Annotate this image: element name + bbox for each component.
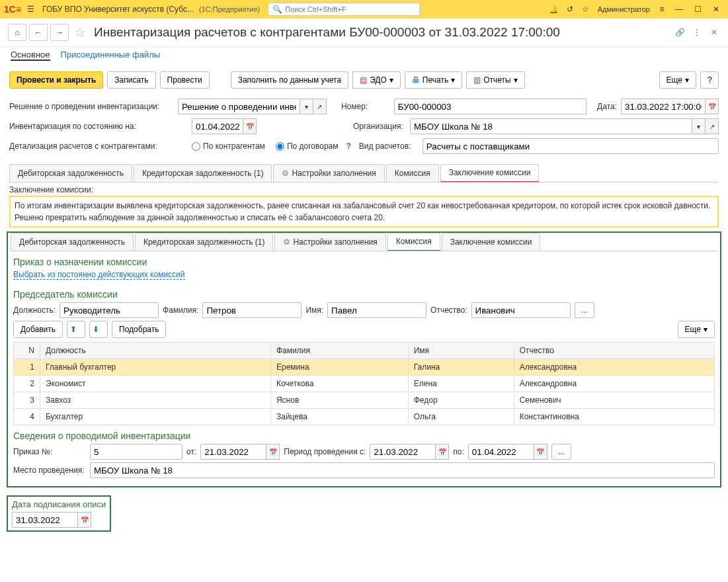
commission-panel: Дебиторская задолженность Кредиторская з… bbox=[7, 231, 721, 487]
current-user[interactable]: Администратор bbox=[598, 5, 650, 13]
fill-button[interactable]: Заполнить по данным учета bbox=[231, 71, 348, 89]
edo-icon: ▤ bbox=[360, 75, 367, 85]
subtab-files[interactable]: Присоединенные файлы bbox=[61, 50, 161, 61]
menu-icon[interactable]: ☰ bbox=[24, 3, 37, 16]
calendar-icon[interactable]: 📅 bbox=[78, 512, 91, 528]
table-row[interactable]: 4БухгалтерЗайцеваОльгаКонстантиновна bbox=[14, 409, 715, 425]
name-input[interactable] bbox=[327, 302, 426, 318]
save-button[interactable]: Записать bbox=[107, 71, 155, 89]
number-input[interactable] bbox=[394, 99, 586, 114]
table-row[interactable]: 1Главный бухгалтерЕреминаГалинаАлександр… bbox=[14, 359, 715, 376]
calc-type-input[interactable] bbox=[423, 138, 719, 154]
subtab-main[interactable]: Основное bbox=[11, 50, 50, 61]
reports-button[interactable]: ▥Отчеты ▾ bbox=[466, 71, 524, 89]
date-label: Дата: bbox=[597, 102, 617, 111]
period-from-label: Период проведения с: bbox=[284, 447, 366, 456]
more-dots-button[interactable]: ... bbox=[575, 302, 594, 318]
help-button[interactable]: ? bbox=[700, 71, 719, 89]
surname-input[interactable] bbox=[202, 302, 302, 318]
more-dots-button[interactable]: ... bbox=[551, 444, 571, 460]
table-row[interactable]: 2ЭкономистКочетковаЕленаАлександровна bbox=[14, 376, 715, 392]
gear-icon: ⚙ bbox=[282, 169, 289, 178]
calendar-icon[interactable]: 📅 bbox=[534, 444, 547, 460]
position-input[interactable] bbox=[60, 302, 159, 318]
decision-input[interactable] bbox=[178, 99, 300, 114]
add-button[interactable]: Добавить bbox=[13, 321, 63, 338]
tab-credit[interactable]: Кредиторская задолженность (1) bbox=[134, 164, 272, 182]
lower-tab-strip: Дебиторская задолженность Кредиторская з… bbox=[11, 233, 717, 251]
table-row[interactable]: 3ЗавхозЯсновФедорСеменович bbox=[14, 392, 715, 409]
calendar-icon[interactable]: 📅 bbox=[436, 444, 449, 460]
move-up-button[interactable]: ⬆ bbox=[67, 321, 85, 338]
dropdown-icon[interactable]: ▾ bbox=[692, 118, 706, 134]
cell-surname: Яснов bbox=[270, 392, 408, 409]
date-input[interactable] bbox=[621, 99, 706, 114]
org-input[interactable] bbox=[410, 118, 692, 134]
decision-label: Решение о проведении инвентаризации: bbox=[9, 102, 174, 111]
cell-name: Галина bbox=[408, 359, 514, 376]
home-button[interactable]: ⌂ bbox=[8, 24, 26, 41]
post-and-close-button[interactable]: Провести и закрыть bbox=[9, 71, 103, 89]
select-commission-link[interactable]: Выбрать из постоянно действующих комисси… bbox=[13, 270, 185, 280]
favorite-icon[interactable]: ☆ bbox=[74, 24, 86, 40]
kebab-icon[interactable]: ⋮ bbox=[691, 26, 703, 38]
col-name[interactable]: Имя bbox=[408, 343, 514, 359]
col-n[interactable]: N bbox=[14, 343, 40, 359]
order-date-input[interactable] bbox=[200, 444, 266, 460]
tab-credit-2[interactable]: Кредиторская задолженность (1) bbox=[135, 233, 273, 251]
place-input[interactable] bbox=[90, 462, 715, 478]
sign-date-title: Дата подписания описи bbox=[12, 499, 106, 509]
close-panel-icon[interactable]: ✕ bbox=[708, 26, 720, 38]
minimize-icon[interactable]: — bbox=[671, 3, 687, 16]
period-from-input[interactable] bbox=[370, 444, 436, 460]
tab-commission[interactable]: Комиссия bbox=[386, 164, 439, 182]
close-icon[interactable]: ✕ bbox=[708, 3, 724, 16]
tab-debit[interactable]: Дебиторская задолженность bbox=[9, 164, 132, 182]
edo-button[interactable]: ▤ЭДО ▾ bbox=[352, 71, 401, 89]
back-button[interactable]: ← bbox=[29, 24, 48, 41]
print-button[interactable]: 🖶Печать ▾ bbox=[405, 71, 462, 89]
dropdown-icon[interactable]: ▾ bbox=[300, 99, 313, 114]
star-icon[interactable]: ☆ bbox=[579, 3, 592, 16]
col-surname[interactable]: Фамилия bbox=[270, 343, 408, 359]
more-button[interactable]: Еще ▾ bbox=[659, 71, 696, 89]
page-subtabs: Основное Присоединенные файлы bbox=[0, 47, 728, 67]
open-icon[interactable]: ↗ bbox=[313, 99, 327, 114]
forward-button[interactable]: → bbox=[50, 24, 69, 41]
table-more-button[interactable]: Еще ▾ bbox=[678, 321, 715, 338]
tab-conclusion[interactable]: Заключение комиссии bbox=[440, 164, 540, 182]
col-patronymic[interactable]: Отчество bbox=[514, 343, 714, 359]
gear-icon: ⚙ bbox=[283, 237, 290, 247]
bell-icon[interactable]: 🔔 bbox=[547, 3, 561, 16]
settings-icon[interactable]: ≡ bbox=[655, 3, 668, 16]
post-button[interactable]: Провести bbox=[160, 71, 210, 89]
period-to-input[interactable] bbox=[468, 444, 534, 460]
history-icon[interactable]: ↺ bbox=[563, 3, 577, 16]
radio-by-contract[interactable]: По договорам bbox=[276, 142, 339, 151]
calendar-icon[interactable]: 📅 bbox=[266, 444, 280, 460]
arrow-up-icon: ⬆ bbox=[70, 325, 77, 334]
sign-date-input[interactable] bbox=[12, 512, 78, 528]
help-icon[interactable]: ? bbox=[346, 142, 350, 151]
asof-input[interactable] bbox=[192, 118, 243, 134]
move-down-button[interactable]: ⬇ bbox=[89, 321, 108, 338]
tab-conclusion-2[interactable]: Заключение комиссии bbox=[442, 233, 541, 251]
calendar-icon[interactable]: 📅 bbox=[706, 99, 719, 114]
search-input[interactable] bbox=[285, 5, 415, 13]
tab-debit-2[interactable]: Дебиторская задолженность bbox=[11, 233, 134, 251]
link-icon[interactable]: 🔗 bbox=[674, 26, 686, 38]
order-no-input[interactable] bbox=[90, 444, 182, 460]
pick-button[interactable]: Подобрать bbox=[112, 321, 166, 338]
tab-fill-settings[interactable]: ⚙Настройки заполнения bbox=[273, 164, 384, 182]
global-search[interactable]: 🔍 bbox=[268, 3, 420, 16]
tab-commission-2[interactable]: Комиссия bbox=[387, 233, 440, 251]
radio-by-counterparty[interactable]: По контрагентам bbox=[192, 142, 265, 151]
col-position[interactable]: Должность bbox=[40, 343, 271, 359]
tab-fill-settings-2[interactable]: ⚙Настройки заполнения bbox=[274, 233, 385, 251]
cell-name: Ольга bbox=[408, 409, 514, 425]
patronymic-input[interactable] bbox=[471, 302, 571, 318]
conclusion-text[interactable]: По итогам инвентаризации выявлена кредит… bbox=[9, 196, 719, 228]
maximize-icon[interactable]: ☐ bbox=[690, 3, 706, 16]
calendar-icon[interactable]: 📅 bbox=[243, 118, 257, 134]
open-icon[interactable]: ↗ bbox=[706, 118, 719, 134]
